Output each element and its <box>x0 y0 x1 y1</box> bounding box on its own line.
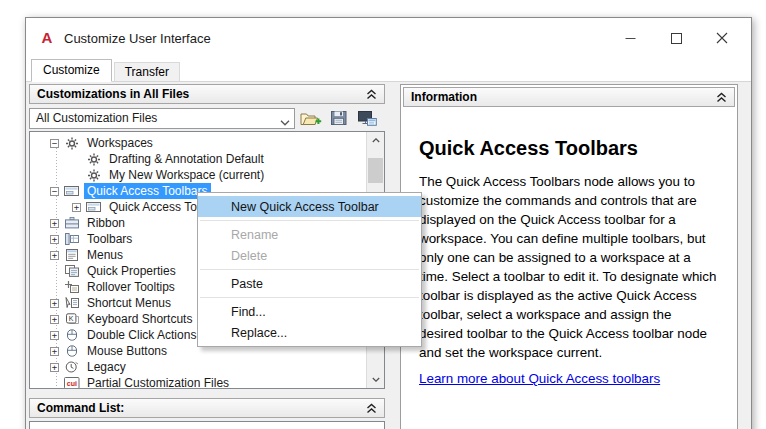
information-header-label: Information <box>411 90 477 104</box>
shortcut-menus-icon <box>63 296 80 310</box>
qat-icon <box>63 184 80 198</box>
tab-strip: Customize Transfer <box>26 58 751 82</box>
keyboard-icon: K <box>63 312 80 326</box>
tree-item-label: Keyboard Shortcuts <box>84 311 195 327</box>
expand-toggle-icon[interactable]: + <box>50 299 59 308</box>
tree-item-label: Partial Customization Files <box>84 375 232 389</box>
scroll-down-button[interactable] <box>367 371 384 388</box>
tree-item-label: Rollover Tooltips <box>84 279 178 295</box>
tree-item-label: Double Click Actions <box>84 327 199 343</box>
tree-item-my-new-workspace-current[interactable]: My New Workspace (current) <box>30 167 367 183</box>
menu-separator <box>200 297 419 298</box>
gear-icon <box>85 152 102 166</box>
tree-item-label: Shortcut Menus <box>84 295 174 311</box>
tree-item-label: Ribbon <box>84 215 128 231</box>
information-body: The Quick Access Toolbars node allows yo… <box>419 172 717 362</box>
tree-item-workspaces[interactable]: −Workspaces <box>30 135 367 151</box>
menu-separator <box>200 269 419 270</box>
command-list-box <box>29 421 385 429</box>
maximize-icon <box>671 33 682 44</box>
expand-toggle-icon[interactable]: + <box>50 315 59 324</box>
clock-icon <box>63 360 80 374</box>
tree-item-label: Menus <box>84 247 126 263</box>
load-partial-file-icon[interactable] <box>299 108 323 128</box>
command-list-header-label: Command List: <box>37 401 124 415</box>
expand-toggle-icon[interactable]: + <box>72 203 81 212</box>
gear-icon <box>63 136 80 150</box>
minimize-icon <box>625 33 636 44</box>
mouse-icon <box>63 328 80 342</box>
expand-toggle-icon[interactable]: + <box>50 219 59 228</box>
window-controls <box>607 18 745 58</box>
information-title: Quick Access Toolbars <box>419 137 717 160</box>
menu-item-new-quick-access-toolbar[interactable]: New Quick Access Toolbar <box>198 196 421 217</box>
menus-icon <box>63 248 80 262</box>
expand-toggle-icon[interactable]: + <box>50 363 59 372</box>
context-menu: New Quick Access ToolbarRenameDeletePast… <box>197 192 422 347</box>
tree-item-label: Legacy <box>84 359 129 375</box>
qat-icon <box>85 200 102 214</box>
expand-toggle-icon[interactable]: + <box>50 251 59 260</box>
scroll-up-button[interactable] <box>367 132 384 149</box>
customization-file-toolbar: All Customization Files <box>29 107 385 129</box>
menu-item-label: Find... <box>231 305 266 319</box>
collapse-toggle-icon[interactable]: − <box>50 187 59 196</box>
tree-item-label: Workspaces <box>84 135 156 151</box>
customizations-header-label: Customizations in All Files <box>37 87 189 101</box>
collapse-chevron-icon[interactable] <box>366 403 377 414</box>
menu-item-label: New Quick Access Toolbar <box>231 200 379 214</box>
information-header: Information <box>403 87 735 107</box>
tree-item-legacy[interactable]: +Legacy <box>30 359 367 375</box>
menu-item-delete: Delete <box>198 245 421 266</box>
tree-item-drafting-annotation-default[interactable]: Drafting & Annotation Default <box>30 151 367 167</box>
tree-item-label: Quick Access Toolbars <box>84 183 211 199</box>
information-panel: Information Quick Access Toolbars The Qu… <box>400 84 738 429</box>
expand-toggle-icon[interactable]: + <box>50 331 59 340</box>
svg-text:K: K <box>68 315 73 322</box>
customize-workspace-icon[interactable] <box>355 108 379 128</box>
expand-toggle-icon[interactable]: + <box>50 347 59 356</box>
maximize-button[interactable] <box>653 18 699 58</box>
information-content: Quick Access Toolbars The Quick Access T… <box>401 137 737 387</box>
menu-item-label: Replace... <box>231 326 287 340</box>
tree-item-label: Quick Access To <box>106 199 200 215</box>
expand-toggle-icon[interactable]: + <box>50 235 59 244</box>
command-list-group: Command List: <box>29 398 385 429</box>
menu-item-rename: Rename <box>198 224 421 245</box>
tab-customize[interactable]: Customize <box>31 59 112 82</box>
menu-item-paste[interactable]: Paste <box>198 273 421 294</box>
collapse-toggle-icon[interactable]: − <box>50 139 59 148</box>
title-bar: A Customize User Interface <box>26 18 751 58</box>
menu-item-label: Delete <box>231 249 267 263</box>
tree-item-label: Drafting & Annotation Default <box>106 151 267 167</box>
gear-icon <box>85 168 102 182</box>
tree-item-label: Quick Properties <box>84 263 179 279</box>
close-button[interactable] <box>699 18 745 58</box>
close-icon <box>716 32 728 44</box>
save-icon[interactable] <box>327 108 351 128</box>
learn-more-link[interactable]: Learn more about Quick Access toolbars <box>419 371 660 386</box>
toolbars-icon <box>63 232 80 246</box>
customizations-header: Customizations in All Files <box>29 84 385 104</box>
customization-file-select-value: All Customization Files <box>36 111 157 125</box>
tree-item-label: My New Workspace (current) <box>106 167 267 183</box>
rollover-tooltips-icon <box>63 280 80 294</box>
cui-file-icon: cui <box>63 376 80 389</box>
menu-item-replace[interactable]: Replace... <box>198 322 421 343</box>
command-list-header: Command List: <box>29 398 385 418</box>
chevron-down-icon <box>280 115 290 129</box>
menu-item-label: Rename <box>231 228 278 242</box>
autocad-logo-icon: A <box>39 30 55 46</box>
collapse-chevron-icon[interactable] <box>716 92 727 103</box>
menu-separator <box>200 220 419 221</box>
scrollbar-thumb[interactable] <box>368 158 383 183</box>
tree-item-partial-customization-files[interactable]: cuiPartial Customization Files <box>30 375 367 389</box>
window-title: Customize User Interface <box>64 31 211 46</box>
tab-transfer[interactable]: Transfer <box>114 62 180 81</box>
ribbon-icon <box>63 216 80 230</box>
minimize-button[interactable] <box>607 18 653 58</box>
collapse-chevron-icon[interactable] <box>366 89 377 100</box>
customization-file-select[interactable]: All Customization Files <box>29 108 295 129</box>
svg-text:cui: cui <box>66 380 76 387</box>
menu-item-find[interactable]: Find... <box>198 301 421 322</box>
